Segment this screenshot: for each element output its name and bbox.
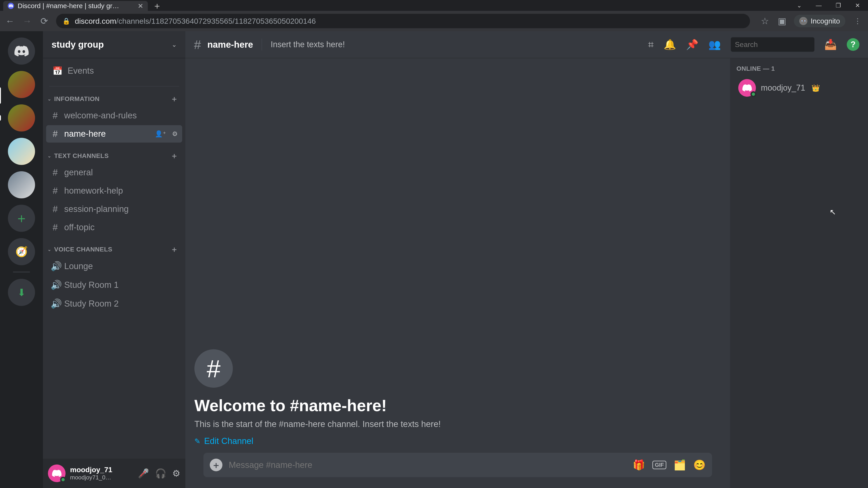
lock-icon: 🔒 <box>62 18 70 25</box>
address-bar[interactable]: 🔒 discord.com/channels/11827053640729355… <box>56 14 750 28</box>
category-header-voice[interactable]: ⌄ VOICE CHANNELS ＋ <box>46 242 182 256</box>
new-tab-button[interactable]: ＋ <box>152 0 162 11</box>
owner-crown-icon: 👑 <box>811 84 820 92</box>
channel-name-here[interactable]: # name-here 👤⁺ ⚙ <box>46 125 182 142</box>
user-settings-button[interactable]: ⚙ <box>172 468 180 479</box>
gif-picker-button[interactable]: GIF <box>652 461 666 469</box>
gift-icon[interactable]: 🎁 <box>633 459 645 471</box>
incognito-label: Incognito <box>811 17 840 25</box>
server-header[interactable]: study group ⌄ <box>43 31 185 58</box>
threads-icon[interactable]: ⌗ <box>648 39 654 51</box>
speaker-icon: 🔊 <box>51 280 60 290</box>
search-input[interactable] <box>735 40 826 49</box>
add-server-button[interactable]: ＋ <box>8 205 35 232</box>
tab-strip: Discord | #name-here | study gr… ✕ ＋ <box>0 0 782 11</box>
channel-settings-icon[interactable]: ⚙ <box>172 130 178 138</box>
server-item-1[interactable] <box>8 71 35 98</box>
home-server-button[interactable] <box>8 37 35 65</box>
inbox-icon[interactable]: 📥 <box>825 39 837 51</box>
voice-study-room-2[interactable]: 🔊 Study Room 2 <box>46 295 182 313</box>
main-column: # name-here Insert the texts here! ⌗ 🔔 📌… <box>185 31 868 488</box>
channel-off-topic[interactable]: # off-topic <box>46 219 182 236</box>
self-subtext: moodjoy71_0… <box>70 474 112 481</box>
events-button[interactable]: 📅 Events <box>46 61 182 80</box>
create-channel-icon[interactable]: ＋ <box>170 94 178 104</box>
channel-label: Study Room 2 <box>64 299 119 308</box>
create-channel-icon[interactable]: ＋ <box>170 244 178 255</box>
sticker-picker-icon[interactable]: 🗂️ <box>674 459 686 471</box>
hash-icon: # <box>51 204 60 214</box>
category-label: TEXT CHANNELS <box>54 152 109 160</box>
active-server-indicator <box>0 87 1 104</box>
status-online-icon <box>60 477 66 483</box>
incognito-chip[interactable]: 👓 Incognito <box>794 15 845 27</box>
rail-divider <box>13 271 30 272</box>
category-header-information[interactable]: ⌄ INFORMATION ＋ <box>46 92 182 106</box>
server-unread-indicator <box>0 115 1 121</box>
server-item-4[interactable] <box>8 171 35 198</box>
extensions-icon[interactable]: ▣ <box>777 15 787 26</box>
server-name: study group <box>52 39 104 50</box>
maximize-button[interactable]: ❐ <box>835 2 842 9</box>
channel-welcome-and-rules[interactable]: # welcome-and-rules <box>46 107 182 124</box>
close-tab-icon[interactable]: ✕ <box>138 2 143 10</box>
channel-general[interactable]: # general <box>46 164 182 181</box>
channel-homework-help[interactable]: # homework-help <box>46 182 182 199</box>
deafen-button[interactable]: 🎧 <box>155 468 166 479</box>
bookmark-icon[interactable]: ☆ <box>760 15 770 26</box>
status-online-icon <box>750 91 756 97</box>
dropdown-icon[interactable]: ⌄ <box>796 2 803 9</box>
window-controls: ⌄ ― ❐ ✕ <box>782 0 868 11</box>
member-row[interactable]: moodjoy_71 👑 <box>737 76 862 99</box>
channel-session-planning[interactable]: # session-planning <box>46 200 182 218</box>
url-path: /channels/1182705364072935565/1182705365… <box>116 17 316 25</box>
help-button[interactable]: ? <box>847 38 860 51</box>
minimize-button[interactable]: ― <box>815 2 822 9</box>
edit-channel-label: Edit Channel <box>204 436 253 446</box>
reload-button[interactable]: ⟳ <box>39 15 50 26</box>
channel-label: session-planning <box>64 204 129 214</box>
member-list-toggle-icon[interactable]: 👥 <box>708 39 721 51</box>
attach-button[interactable]: ＋ <box>210 459 222 471</box>
message-input[interactable] <box>229 460 626 470</box>
browser-menu-button[interactable]: ⋮ <box>852 17 864 25</box>
emoji-picker-icon[interactable]: 😊 <box>693 459 706 471</box>
server-rail: ＋ 🧭 ⬇ <box>0 31 43 488</box>
forward-button[interactable]: → <box>22 15 33 26</box>
hash-icon: # <box>51 186 60 196</box>
self-avatar[interactable] <box>48 464 66 482</box>
close-window-button[interactable]: ✕ <box>854 2 861 9</box>
edit-channel-link[interactable]: ✎ Edit Channel <box>194 436 253 446</box>
notifications-icon[interactable]: 🔔 <box>664 39 676 51</box>
pinned-messages-icon[interactable]: 📌 <box>686 39 699 51</box>
chat-body: # Welcome to #name-here! This is the sta… <box>185 58 868 488</box>
channel-welcome-icon: # <box>194 349 233 388</box>
explore-servers-button[interactable]: 🧭 <box>8 238 35 265</box>
voice-lounge[interactable]: 🔊 Lounge <box>46 257 182 275</box>
create-invite-icon[interactable]: 👤⁺ <box>155 130 166 138</box>
create-channel-icon[interactable]: ＋ <box>170 151 178 161</box>
self-username: moodjoy_71 <box>70 466 112 474</box>
sidebar-divider <box>49 86 179 87</box>
download-apps-button[interactable]: ⬇ <box>8 279 35 306</box>
self-info[interactable]: moodjoy_71 moodjoy71_0… <box>70 466 112 481</box>
back-button[interactable]: ← <box>4 15 16 26</box>
user-panel: moodjoy_71 moodjoy71_0… 🎤 🎧 ⚙ <box>43 459 185 488</box>
server-item-3[interactable] <box>8 138 35 165</box>
channel-topic[interactable]: Insert the texts here! <box>271 40 345 49</box>
member-name: moodjoy_71 <box>761 83 805 93</box>
browser-tab[interactable]: Discord | #name-here | study gr… ✕ <box>3 1 148 11</box>
url-host: discord.com <box>75 17 116 25</box>
server-item-2[interactable] <box>8 104 35 131</box>
discord-favicon <box>8 3 14 9</box>
search-box[interactable]: 🔍 <box>731 37 814 52</box>
browser-toolbar: ← → ⟳ 🔒 discord.com/channels/11827053640… <box>0 11 868 31</box>
chevron-down-icon: ⌄ <box>48 153 52 159</box>
header-separator <box>261 39 262 51</box>
channel-header-name: name-here <box>207 39 253 50</box>
voice-study-room-1[interactable]: 🔊 Study Room 1 <box>46 276 182 294</box>
channel-label: Lounge <box>64 261 93 271</box>
category-header-text[interactable]: ⌄ TEXT CHANNELS ＋ <box>46 149 182 163</box>
hash-icon: # <box>194 37 201 52</box>
mute-mic-button[interactable]: 🎤 <box>138 468 149 479</box>
